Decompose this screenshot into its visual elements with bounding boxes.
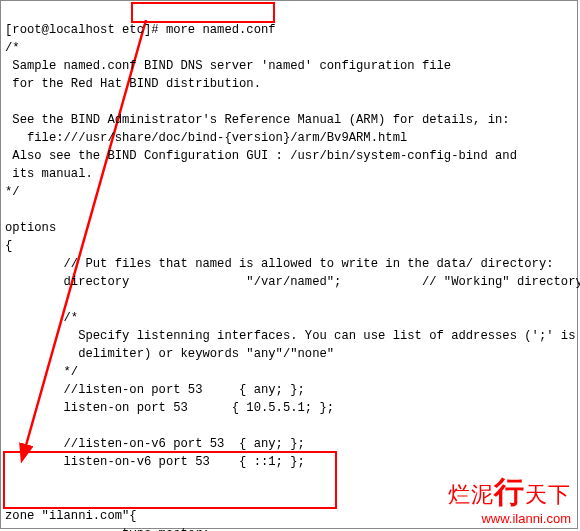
file-line: listen-on-v6 port 53 { ::1; };	[5, 455, 305, 469]
file-line: for the Red Hat BIND distribution.	[5, 77, 261, 91]
terminal-frame: [root@localhost etc]# more named.conf /*…	[0, 0, 578, 529]
file-line: Specify listenning interfaces. You can u…	[5, 329, 575, 343]
shell-prompt: [root@localhost etc]#	[5, 23, 159, 37]
file-line: zone "ilanni.com"{	[5, 509, 137, 523]
file-line: */	[5, 185, 20, 199]
file-line: {	[5, 239, 12, 253]
file-line: Also see the BIND Configuration GUI : /u…	[5, 149, 517, 163]
file-line: directory "/var/named"; // "Working" dir…	[5, 275, 580, 289]
file-line: type master;	[5, 527, 210, 531]
file-line: See the BIND Administrator's Reference M…	[5, 113, 510, 127]
file-line: //listen-on port 53 { any; };	[5, 383, 305, 397]
file-line: its manual.	[5, 167, 93, 181]
file-line: options	[5, 221, 56, 235]
file-line: delimiter) or keywords "any"/"none"	[5, 347, 334, 361]
file-line: /*	[5, 41, 20, 55]
shell-command: more named.conf	[166, 23, 276, 37]
file-line: file:///usr/share/doc/bind-{version}/arm…	[5, 131, 407, 145]
file-line: /*	[5, 311, 78, 325]
file-line: // Put files that named is allowed to wr…	[5, 257, 554, 271]
file-line: listen-on port 53 { 10.5.5.1; };	[5, 401, 334, 415]
file-line: Sample named.conf BIND DNS server 'named…	[5, 59, 451, 73]
terminal-output[interactable]: [root@localhost etc]# more named.conf /*…	[1, 1, 577, 531]
file-line: */	[5, 365, 78, 379]
file-line: //listen-on-v6 port 53 { any; };	[5, 437, 305, 451]
